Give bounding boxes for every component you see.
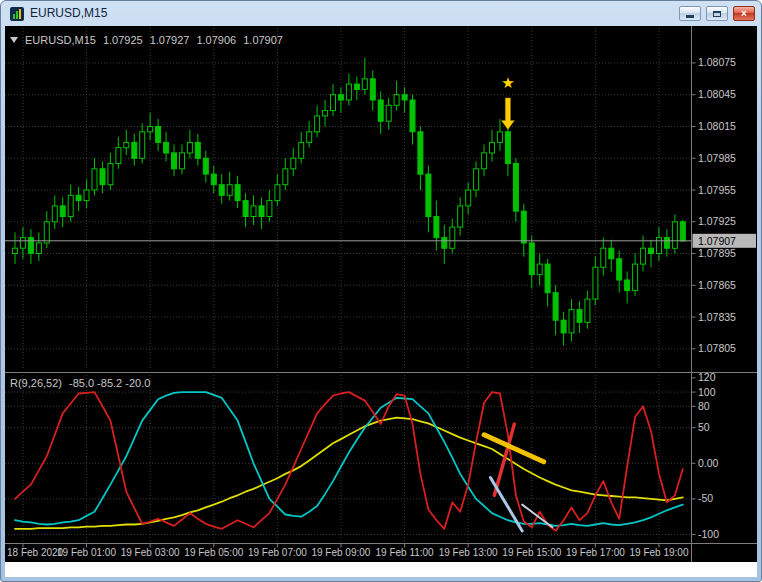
window-title: EURUSD,M15 (30, 6, 107, 20)
chart-canvas[interactable]: ★1.080751.080451.080151.079851.079551.07… (5, 26, 757, 562)
candle-body (338, 95, 343, 100)
indicator-axis-label: -50 (698, 492, 713, 504)
candle-body (513, 164, 518, 212)
indicator-axis-label: 50 (698, 421, 710, 433)
candle-body (386, 105, 391, 121)
candle-body (116, 148, 121, 164)
indicator-axis-label: -100 (698, 528, 719, 540)
candle-body (148, 127, 153, 132)
candle-body (577, 310, 582, 323)
candle-body (323, 111, 328, 116)
price-axis-label: 1.07835 (698, 311, 736, 323)
maximize-button[interactable] (706, 6, 728, 21)
candle-body (259, 206, 264, 217)
candle-body (227, 185, 232, 196)
candle-body (426, 174, 431, 216)
price-axis-label: 1.08045 (698, 88, 736, 100)
time-axis-label: 19 Feb 13:00 (439, 547, 498, 558)
price-axis-label: 1.08075 (698, 56, 736, 68)
candle-body (235, 185, 240, 201)
time-axis-label: 19 Feb 01:00 (57, 547, 116, 558)
candle-body (450, 227, 455, 248)
price-axis-label: 1.07955 (698, 184, 736, 196)
candle-body (60, 206, 65, 217)
price-axis-label: 1.07925 (698, 215, 736, 227)
candle-body (36, 243, 41, 254)
candle-body (601, 248, 606, 267)
oscillator-line-medium (15, 392, 683, 526)
time-axis-label: 19 Feb 15:00 (502, 547, 561, 558)
candle-body (497, 132, 502, 143)
time-axis-label: 19 Feb 17:00 (566, 547, 625, 558)
oscillator-line-fast (15, 392, 683, 531)
candle-body (482, 153, 487, 169)
candle-body (537, 264, 542, 275)
candle-body (505, 132, 510, 164)
candle-body (251, 206, 256, 217)
candle-body (124, 142, 129, 147)
candle-body (203, 158, 208, 174)
candle-body (657, 238, 662, 254)
mt4-window: EURUSD,M15 × ★1.080751.080451.080151.079… (0, 0, 762, 582)
chart-svg[interactable]: ★1.080751.080451.080151.079851.079551.07… (5, 26, 757, 562)
candle-body (68, 195, 73, 216)
candle-body (553, 293, 558, 321)
trend-segment-lightblue[interactable] (490, 478, 522, 531)
app-icon[interactable] (9, 6, 25, 22)
candle-body (307, 132, 312, 143)
candle-body (28, 238, 33, 254)
candle-body (331, 95, 336, 111)
candle-body (458, 206, 463, 227)
candle-body (291, 158, 296, 169)
time-axis[interactable]: 18 Feb 202019 Feb 01:0019 Feb 03:0019 Fe… (7, 544, 689, 559)
candle-body (529, 243, 534, 275)
candle-body (593, 267, 598, 299)
candle-body (172, 153, 177, 169)
indicator-axis-label: 120 (698, 371, 716, 383)
candle-body (346, 84, 351, 100)
price-axis-label: 1.07865 (698, 279, 736, 291)
window-titlebar[interactable]: EURUSD,M15 × (5, 1, 757, 26)
grid-lines (5, 28, 692, 543)
time-axis-label: 19 Feb 09:00 (311, 547, 370, 558)
maximize-icon (713, 11, 721, 17)
candle-body (108, 164, 113, 185)
candle-body (466, 190, 471, 206)
down-arrow-annotation[interactable] (501, 98, 514, 130)
price-axis[interactable]: 1.080751.080451.080151.079851.079551.079… (692, 56, 757, 354)
candle-body (243, 201, 248, 217)
candle-body (13, 248, 18, 253)
candle-body (299, 142, 304, 158)
candle-body (434, 217, 439, 238)
oscillator-lines (15, 392, 683, 531)
indicator-axis[interactable]: 12010080500.00-50-100 (692, 371, 720, 540)
candle-body (474, 169, 479, 190)
time-axis-label: 19 Feb 19:00 (630, 547, 689, 558)
time-axis-label: 18 Feb 2020 (7, 547, 64, 558)
indicator-axis-label: 0.00 (698, 457, 719, 469)
candle-body (569, 310, 574, 333)
candle-body (617, 259, 622, 280)
close-button[interactable]: × (733, 6, 755, 21)
window-bottom-strip (5, 562, 757, 577)
candle-body (521, 211, 526, 243)
price-axis-label: 1.07805 (698, 342, 736, 354)
candle-body (442, 238, 447, 249)
star-annotation[interactable]: ★ (501, 74, 514, 91)
candle-body (44, 222, 49, 243)
indicator-axis-label: 80 (698, 400, 710, 412)
candle-body (609, 248, 614, 259)
candle-body (20, 238, 25, 249)
candle-body (633, 264, 638, 291)
candlestick-series (13, 58, 686, 346)
candle-body (52, 206, 57, 222)
close-icon: × (741, 9, 747, 19)
candle-body (354, 84, 359, 89)
candle-body (664, 238, 669, 249)
minimize-button[interactable] (679, 6, 701, 21)
app-icon-graphic (9, 6, 25, 22)
candle-body (625, 280, 630, 291)
candle-body (378, 100, 383, 121)
trend-segment-gold[interactable] (484, 435, 544, 462)
candle-body (283, 169, 288, 185)
